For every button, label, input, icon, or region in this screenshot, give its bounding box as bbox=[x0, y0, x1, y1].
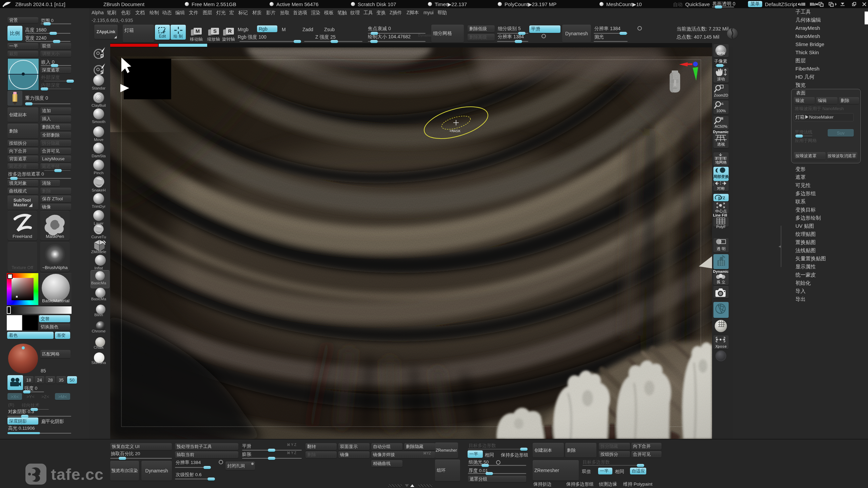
svg-text:XYZ: XYZ bbox=[718, 196, 725, 200]
svg-text:x1: x1 bbox=[720, 102, 724, 105]
